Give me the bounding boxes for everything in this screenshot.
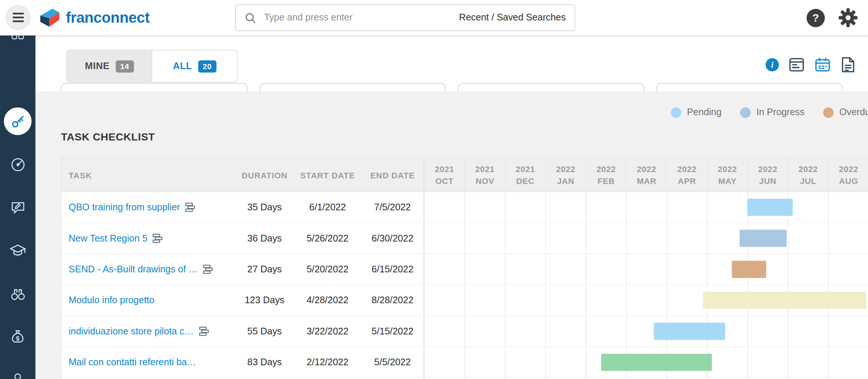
month-column-header: 2022FEB: [586, 158, 626, 191]
calendar-view-icon[interactable]: [814, 56, 831, 73]
timeline-header-months: 2021OCT2021NOV2021DEC2022JAN2022FEB2022M…: [424, 158, 868, 191]
sidebar-item-contacts[interactable]: [0, 372, 35, 379]
legend-item: Pending: [671, 107, 722, 118]
module-sidebar: $: [0, 35, 35, 379]
timeline-grid-cell: [828, 223, 868, 253]
task-duration: 55 Days: [236, 316, 294, 347]
timeline-grid-cell: [424, 347, 464, 378]
task-timeline: [424, 285, 868, 315]
workflow-icon[interactable]: [199, 327, 209, 336]
task-start-date: 2/12/2022: [294, 347, 362, 378]
sidebar-item-opener-active[interactable]: [4, 107, 31, 135]
task-link[interactable]: New Test Region 5: [69, 233, 148, 244]
timeline-grid-cell: [505, 223, 545, 253]
recent-saved-searches-link[interactable]: Recent / Saved Searches: [459, 12, 566, 23]
timeline-grid-cell: [586, 316, 626, 347]
hamburger-menu-icon: [13, 17, 24, 18]
timeline-grid-cell: [505, 192, 545, 223]
timeline-grid-cell: [424, 192, 464, 223]
view-toggle-group: i: [765, 56, 856, 73]
legend-label: Overdue: [839, 107, 868, 118]
top-bar-actions: ?: [807, 0, 858, 35]
sidebar-item-finance[interactable]: $: [0, 329, 35, 344]
tab-all[interactable]: ALL 20: [152, 51, 237, 82]
gantt-bar[interactable]: [602, 354, 712, 371]
gantt-bar[interactable]: [703, 292, 867, 309]
settings-gear-icon[interactable]: [838, 8, 858, 28]
task-link[interactable]: QBO training from supplier: [69, 202, 180, 213]
info-icon[interactable]: i: [765, 58, 779, 71]
task-link[interactable]: individuazione store pilota c…: [69, 326, 194, 337]
sidebar-item-hub[interactable]: [0, 35, 35, 41]
binoculars-icon: [10, 286, 26, 302]
legend-item: Overdue: [823, 107, 868, 118]
hamburger-menu-button[interactable]: [6, 5, 30, 30]
timeline-grid-cell: [747, 316, 788, 347]
gantt-bar[interactable]: [740, 230, 787, 247]
tab-mine-label: MINE: [85, 61, 110, 72]
month-column-header: 2022MAR: [626, 158, 667, 191]
task-duration: 83 Days: [236, 347, 294, 378]
timeline-grid-cell: [424, 285, 464, 315]
task-row: individuazione store pilota c…55 Days3/2…: [61, 316, 868, 347]
task-link[interactable]: Mail con contatti referenti ba…: [69, 357, 196, 368]
timeline-grid-cell: [505, 254, 545, 285]
global-search-box[interactable]: Recent / Saved Searches: [235, 4, 575, 31]
search-icon: [244, 12, 256, 23]
mine-all-tab-group: MINE 14 ALL 20: [67, 50, 237, 82]
gantt-view-icon[interactable]: [788, 56, 805, 73]
task-row: Mail con contatti referenti ba…83 Days2/…: [61, 347, 868, 378]
sidebar-item-research[interactable]: [0, 286, 35, 302]
timeline-grid-cell: [788, 254, 828, 285]
task-row: New Test Region 536 Days5/26/20226/30/20…: [61, 223, 868, 254]
task-duration: 27 Days: [236, 254, 294, 285]
workflow-icon[interactable]: [152, 234, 163, 243]
report-view-icon[interactable]: [841, 56, 856, 73]
timeline-grid-cell: [707, 347, 747, 378]
timeline-grid-cell: [424, 254, 464, 285]
task-timeline: [424, 347, 868, 378]
task-start-date: 5/20/2022: [294, 254, 362, 285]
sidebar-item-operations[interactable]: [0, 157, 35, 173]
legend-dot: [671, 107, 681, 117]
timeline-grid-cell: [828, 347, 868, 378]
task-table: TASK DURATION START DATE END DATE 2021OC…: [61, 158, 868, 379]
task-start-date: 6/1/2022: [294, 192, 362, 223]
logo-text: franconnect: [66, 9, 149, 26]
sidebar-item-training[interactable]: [0, 243, 35, 259]
help-icon[interactable]: ?: [807, 9, 825, 27]
timeline-grid-cell: [464, 192, 505, 223]
summary-card[interactable]: [458, 83, 644, 91]
task-link[interactable]: SEND - As-Built drawings of …: [69, 264, 198, 275]
timeline-grid-cell: [545, 223, 586, 253]
summary-card[interactable]: [656, 83, 842, 91]
franconnect-logo-icon: [38, 7, 62, 29]
franconnect-logo[interactable]: franconnect: [38, 0, 149, 35]
gantt-bar[interactable]: [732, 261, 767, 278]
task-timeline: [424, 316, 868, 347]
summary-card[interactable]: [61, 83, 247, 91]
timeline-grid-cell: [788, 192, 828, 223]
gantt-bar[interactable]: [654, 323, 725, 340]
task-end-date: 6/15/2022: [362, 254, 424, 285]
tab-mine-count-badge: 14: [116, 60, 134, 72]
timeline-grid-cell: [667, 223, 707, 253]
gantt-bar[interactable]: [747, 199, 793, 216]
screenshot-stage: franconnect Recent / Saved Searches ?: [0, 0, 868, 379]
legend-label: In Progress: [757, 107, 805, 118]
status-legend: PendingIn ProgressOverdue: [671, 107, 868, 118]
search-input[interactable]: [263, 12, 459, 24]
summary-card[interactable]: [259, 83, 446, 91]
timeline-grid-cell: [545, 254, 586, 285]
task-link[interactable]: Modulo info progetto: [69, 295, 155, 306]
task-end-date: 5/5/2022: [362, 347, 424, 378]
timeline-grid-cell: [586, 192, 626, 223]
workflow-icon[interactable]: [203, 265, 213, 274]
timeline-grid-cell: [707, 192, 747, 223]
toolbar-band: MINE 14 ALL 20 i: [35, 35, 868, 91]
timeline-grid-cell: [586, 285, 626, 315]
task-end-date: 8/28/2022: [362, 285, 424, 315]
workflow-icon[interactable]: [185, 203, 195, 212]
sidebar-item-feedback[interactable]: [0, 200, 35, 216]
tab-mine[interactable]: MINE 14: [67, 51, 152, 82]
